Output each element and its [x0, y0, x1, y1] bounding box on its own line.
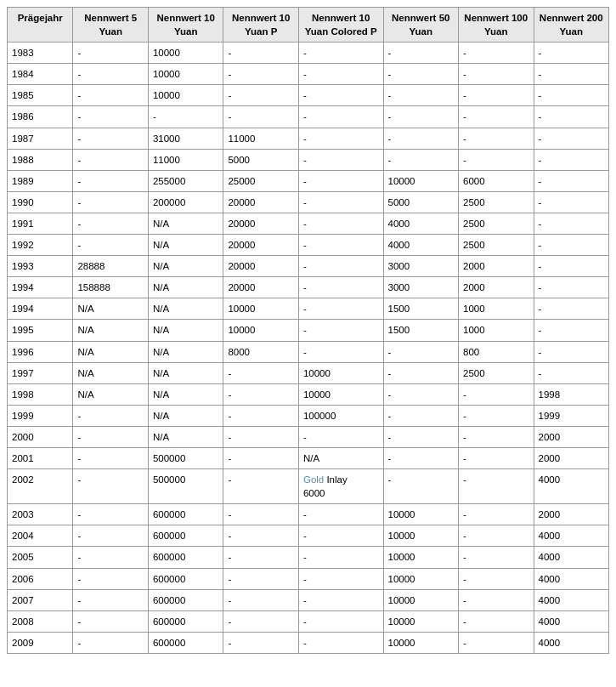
table-cell: 10000	[298, 383, 383, 405]
col-header-4: Nennwert 10 Yuan Colored P	[298, 8, 383, 43]
table-cell: N/A	[73, 298, 149, 320]
table-cell: -	[298, 320, 383, 341]
table-cell: -	[534, 128, 609, 149]
table-row: 2001-500000-N/A--2000	[8, 447, 609, 468]
table-cell: 1994	[8, 298, 73, 320]
table-cell: -	[383, 85, 459, 106]
table-cell: -	[223, 632, 299, 653]
table-cell: -	[223, 383, 299, 405]
table-cell: 10000	[383, 610, 459, 632]
table-cell: 10000	[223, 320, 299, 341]
table-cell: -	[223, 447, 299, 468]
table-cell: 28888	[73, 256, 149, 277]
table-cell: -	[298, 128, 383, 149]
table-cell: 20000	[223, 277, 299, 298]
col-header-3: Nennwert 10 Yuan P	[223, 8, 299, 43]
table-cell: 600000	[148, 504, 223, 525]
table-cell: 4000	[534, 525, 609, 547]
table-cell: -	[73, 149, 149, 170]
table-cell: 255000	[148, 170, 223, 191]
table-cell: 31000	[148, 128, 223, 149]
table-cell: -	[73, 85, 149, 106]
table-cell: -	[73, 213, 149, 234]
table-row: 1988-110005000----	[8, 149, 609, 170]
table-cell: 2002	[8, 469, 73, 504]
table-cell: -	[298, 85, 383, 106]
table-row: 2007-600000--10000-4000	[8, 589, 609, 610]
table-cell: N/A	[148, 256, 223, 277]
table-cell: -	[534, 170, 609, 191]
table-cell: N/A	[148, 426, 223, 447]
table-cell: 4000	[383, 213, 459, 234]
table-row: 2005-600000--10000-4000	[8, 547, 609, 568]
table-cell: -	[383, 64, 459, 85]
table-cell: Gold Inlay 6000	[298, 469, 383, 504]
table-cell: 25000	[223, 170, 299, 191]
table-cell: 200000	[148, 191, 223, 213]
table-cell: -	[459, 106, 534, 128]
table-cell: -	[223, 64, 299, 85]
table-row: 1999-N/A-100000--1999	[8, 405, 609, 426]
table-cell: -	[459, 469, 534, 504]
table-cell: -	[298, 568, 383, 589]
table-cell: -	[298, 632, 383, 653]
table-cell: 20000	[223, 191, 299, 213]
table-cell: 1000	[459, 320, 534, 341]
table-cell: -	[73, 191, 149, 213]
table-cell: 2009	[8, 632, 73, 653]
table-cell: -	[459, 525, 534, 547]
table-cell: 2500	[459, 191, 534, 213]
table-cell: 2007	[8, 589, 73, 610]
table-cell: N/A	[148, 383, 223, 405]
table-cell: -	[223, 405, 299, 426]
table-cell: 10000	[148, 85, 223, 106]
table-cell: 1997	[8, 362, 73, 383]
table-cell: -	[223, 43, 299, 64]
table-cell: 1500	[383, 320, 459, 341]
table-row: 1992-N/A20000-40002500-	[8, 235, 609, 256]
table-cell: -	[73, 632, 149, 653]
table-cell: -	[459, 383, 534, 405]
table-cell: -	[73, 469, 149, 504]
table-cell: 4000	[534, 589, 609, 610]
table-row: 2006-600000--10000-4000	[8, 568, 609, 589]
table-cell: -	[223, 568, 299, 589]
table-cell: 2000	[534, 426, 609, 447]
table-cell: 500000	[148, 469, 223, 504]
table-row: 1985-10000-----	[8, 85, 609, 106]
table-cell: 1992	[8, 235, 73, 256]
gold-inlay-link[interactable]: Gold	[303, 474, 324, 485]
table-cell: 1998	[534, 383, 609, 405]
table-cell: -	[298, 256, 383, 277]
table-cell: -	[383, 405, 459, 426]
table-cell: -	[73, 426, 149, 447]
table-cell: -	[534, 64, 609, 85]
table-cell: N/A	[148, 362, 223, 383]
table-row: 1986-------	[8, 106, 609, 128]
table-cell: -	[148, 106, 223, 128]
table-cell: 1995	[8, 320, 73, 341]
table-cell: -	[534, 85, 609, 106]
table-cell: 4000	[383, 235, 459, 256]
table-cell: 5000	[383, 191, 459, 213]
table-cell: -	[73, 504, 149, 525]
table-cell: 600000	[148, 589, 223, 610]
table-cell: 8000	[223, 341, 299, 362]
table-cell: 1998	[8, 383, 73, 405]
table-cell: -	[73, 447, 149, 468]
table-row: 1983-10000-----	[8, 43, 609, 64]
table-row: 1990-20000020000-50002500-	[8, 191, 609, 213]
table-cell: -	[223, 426, 299, 447]
table-cell: -	[298, 504, 383, 525]
table-cell: -	[459, 568, 534, 589]
table-cell: -	[534, 362, 609, 383]
table-cell: 3000	[383, 277, 459, 298]
table-cell: N/A	[148, 320, 223, 341]
table-cell: -	[534, 213, 609, 234]
table-cell: -	[73, 106, 149, 128]
table-cell: -	[223, 610, 299, 632]
col-header-0: Prägejahr	[8, 8, 73, 43]
table-cell: -	[223, 85, 299, 106]
table-cell: 1984	[8, 64, 73, 85]
table-cell: 1991	[8, 213, 73, 234]
